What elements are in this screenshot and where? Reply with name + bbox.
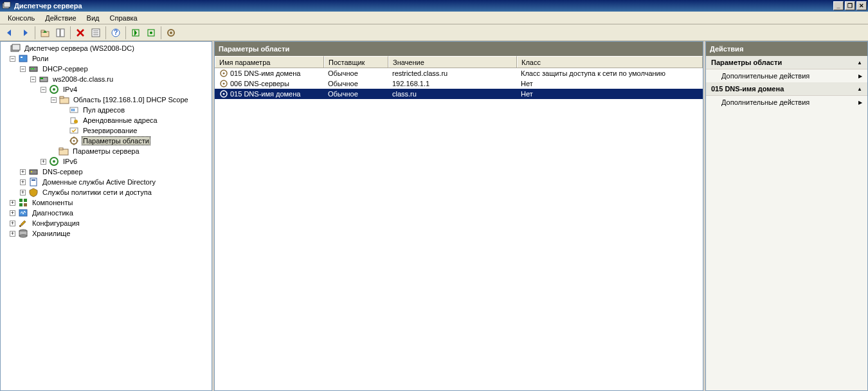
- expand-icon[interactable]: +: [10, 200, 15, 206]
- svg-rect-52: [19, 203, 23, 206]
- folder-icon: [59, 146, 69, 156]
- ad-icon: [28, 177, 39, 187]
- tree-root[interactable]: Диспетчер сервера (WS2008-DC): [1, 43, 212, 53]
- col-value[interactable]: Значение: [388, 56, 517, 68]
- option-icon: [219, 89, 229, 99]
- back-button[interactable]: [3, 26, 17, 40]
- folder-icon: [59, 95, 69, 105]
- svg-rect-55: [19, 225, 21, 227]
- svg-rect-32: [73, 109, 75, 111]
- svg-rect-29: [60, 96, 64, 98]
- collapse-icon[interactable]: −: [41, 87, 46, 93]
- tree-host[interactable]: −ws2008-dc.class.ru: [1, 74, 212, 84]
- actions-section-option[interactable]: 015 DNS-имя домена▲: [706, 82, 867, 96]
- cell-class: Нет: [517, 89, 703, 99]
- collapse-icon[interactable]: −: [10, 56, 15, 62]
- action2-button[interactable]: [144, 26, 158, 40]
- tree-reservations[interactable]: Резервирование: [1, 125, 212, 136]
- actions-section-scope[interactable]: Параметры области▲: [706, 56, 867, 69]
- tree-scope[interactable]: −Область [192.168.1.0] DHCP Scope: [1, 95, 212, 105]
- tree-pool[interactable]: Пул адресов: [1, 105, 212, 115]
- tree-dhcp[interactable]: −DHCP-сервер: [1, 64, 212, 74]
- tree-storage[interactable]: +Хранилище: [1, 228, 212, 239]
- svg-point-62: [223, 83, 225, 85]
- collapse-icon[interactable]: −: [20, 66, 26, 72]
- up-button[interactable]: [38, 26, 52, 40]
- actions-panel: Действия Параметры области▲ Дополнительн…: [705, 41, 868, 391]
- tree-roles[interactable]: −Роли: [1, 53, 212, 64]
- option-icon: [219, 68, 229, 78]
- delete-button[interactable]: [73, 26, 87, 40]
- cell-name: 006 DNS-серверы: [230, 80, 289, 87]
- expand-icon[interactable]: +: [20, 169, 26, 175]
- forward-button[interactable]: [18, 26, 32, 40]
- close-button[interactable]: ✕: [856, 1, 867, 10]
- expand-icon[interactable]: +: [10, 210, 15, 216]
- collapse-icon[interactable]: −: [30, 77, 36, 82]
- options-icon: [69, 136, 79, 146]
- chevron-up-icon: ▲: [857, 86, 862, 92]
- gear-icon[interactable]: [164, 26, 178, 40]
- tree-leases[interactable]: Арендованные адреса: [1, 115, 212, 125]
- tree-adds[interactable]: +Доменные службы Active Directory: [1, 177, 212, 187]
- tree-panel: Диспетчер сервера (WS2008-DC) −Роли −DHC…: [0, 41, 212, 391]
- tree-configuration[interactable]: +Конфигурация: [1, 218, 212, 228]
- tree-diagnostics[interactable]: +Диагностика: [1, 208, 212, 218]
- option-icon: [219, 78, 229, 89]
- diagnostics-icon: [18, 208, 28, 218]
- col-vendor[interactable]: Поставщик: [324, 56, 388, 68]
- tree-dns[interactable]: +DNS-сервер: [1, 167, 212, 177]
- actions-more-2[interactable]: Дополнительные действия▶: [706, 96, 867, 109]
- restore-button[interactable]: ❐: [845, 1, 855, 10]
- center-title: Параметры области: [219, 45, 289, 53]
- tree-server-options[interactable]: Параметры сервера: [1, 146, 212, 156]
- actions-header: Действия: [706, 42, 867, 56]
- svg-point-37: [73, 140, 75, 142]
- help-button[interactable]: ?: [109, 26, 123, 40]
- svg-point-14: [150, 32, 152, 34]
- menu-console[interactable]: Консоль: [3, 13, 40, 23]
- expand-icon[interactable]: +: [10, 231, 15, 237]
- cell-vendor: Обычное: [324, 78, 388, 89]
- tree-ipv6[interactable]: +IPv6: [1, 156, 212, 167]
- menu-action[interactable]: Действие: [40, 13, 81, 23]
- svg-point-23: [33, 68, 34, 69]
- menu-view[interactable]: Вид: [82, 13, 105, 23]
- svg-rect-1: [4, 2, 10, 7]
- svg-rect-50: [19, 199, 23, 202]
- list-header: Имя параметра Поставщик Значение Класс: [215, 56, 703, 68]
- svg-rect-18: [12, 44, 20, 50]
- svg-text:?: ?: [114, 28, 118, 36]
- dhcp-icon: [28, 64, 39, 74]
- toolbar: ?: [0, 24, 868, 41]
- menu-help[interactable]: Справка: [105, 13, 143, 23]
- expand-icon[interactable]: +: [41, 159, 46, 165]
- actions-more-1[interactable]: Дополнительные действия▶: [706, 69, 867, 82]
- tree-scope-options[interactable]: Параметры области: [1, 136, 212, 146]
- server-icon: [39, 74, 49, 84]
- svg-rect-49: [32, 179, 35, 181]
- svg-rect-25: [41, 78, 43, 79]
- action1-button[interactable]: [129, 26, 143, 40]
- cell-vendor: Обычное: [324, 89, 388, 99]
- nps-icon: [28, 187, 39, 197]
- list-row[interactable]: 015 DNS-имя доменаОбычноеclass.ruНет: [215, 89, 703, 99]
- list-row[interactable]: 015 DNS-имя доменаОбычноеrestricted.clas…: [215, 68, 703, 78]
- expand-icon[interactable]: +: [20, 179, 26, 185]
- expand-icon[interactable]: +: [20, 190, 26, 196]
- expand-icon[interactable]: +: [10, 221, 15, 226]
- list-row[interactable]: 006 DNS-серверыОбычное192.168.1.1Нет: [215, 78, 703, 89]
- svg-rect-51: [24, 199, 27, 202]
- collapse-icon[interactable]: −: [51, 97, 57, 103]
- show-hide-button[interactable]: [53, 26, 68, 40]
- minimize-button[interactable]: _: [833, 1, 844, 10]
- tree-features[interactable]: +Компоненты: [1, 197, 212, 208]
- title-text: Диспетчер сервера: [14, 2, 82, 10]
- tree-nps[interactable]: +Службы политики сети и доступа: [1, 187, 212, 197]
- tree-ipv4[interactable]: −IPv4: [1, 84, 212, 95]
- col-class[interactable]: Класс: [517, 56, 703, 68]
- svg-rect-53: [24, 203, 27, 206]
- actions-title: Действия: [710, 45, 743, 53]
- col-name[interactable]: Имя параметра: [215, 56, 324, 68]
- properties-button[interactable]: [89, 26, 103, 40]
